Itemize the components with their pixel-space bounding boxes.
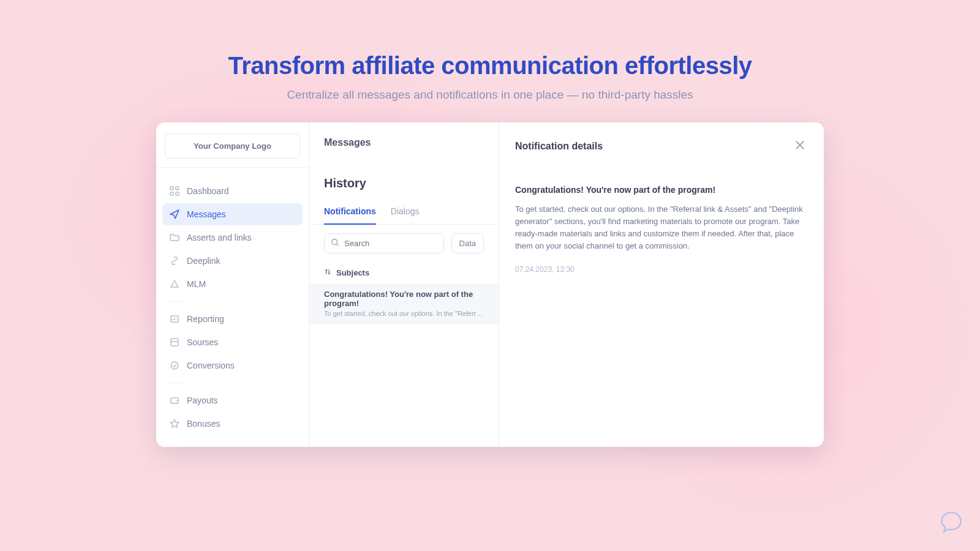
notification-date: 07.24.2023, 12:30: [515, 265, 808, 274]
folder-icon: [170, 233, 179, 242]
sidebar-item-label: MLM: [187, 279, 206, 289]
sidebar-item-label: Dashboard: [187, 186, 229, 196]
wallet-icon: [170, 395, 179, 405]
grid-icon: [170, 186, 179, 196]
svg-rect-3: [176, 192, 179, 195]
tabs: Notifications Dialogs: [309, 206, 499, 225]
toolbar: Data: [309, 225, 499, 262]
company-logo: Your Company Logo: [165, 133, 300, 159]
star-icon: [170, 419, 179, 429]
tab-notifications[interactable]: Notifications: [324, 206, 376, 225]
sidebar-item-mlm[interactable]: MLM: [162, 273, 303, 295]
page-title: Messages: [309, 137, 499, 148]
send-icon: [170, 209, 179, 219]
sidebar-item-label: Asserts and links: [187, 233, 252, 242]
list-item-title: Congratulations! You're now part of the …: [324, 290, 484, 308]
svg-rect-2: [170, 192, 173, 195]
sidebar-item-payouts[interactable]: Payouts: [162, 389, 303, 411]
logo-container: Your Company Logo: [165, 133, 300, 159]
sidebar-item-label: Payouts: [187, 395, 218, 405]
column-header-label: Subjects: [336, 268, 369, 277]
close-button[interactable]: [792, 137, 808, 156]
sidebar-item-label: Messages: [187, 209, 226, 219]
triangle-icon: [170, 279, 179, 289]
app-window: Your Company Logo Dashboard Messages: [156, 122, 824, 447]
sort-icon: [324, 268, 331, 277]
sidebar-item-label: Reporting: [187, 314, 224, 324]
center-column: Messages History Notifications Dialogs D…: [309, 122, 499, 447]
refresh-icon: [170, 361, 179, 370]
sidebar: Your Company Logo Dashboard Messages: [156, 122, 309, 447]
detail-panel: Notification details Congratulations! Yo…: [499, 122, 824, 447]
brand-mark-icon: [938, 509, 964, 538]
svg-point-8: [332, 239, 337, 245]
svg-rect-0: [170, 187, 173, 190]
section-title: History: [309, 176, 499, 190]
notification-body: To get started, check out our options. I…: [515, 203, 808, 253]
search-input[interactable]: [344, 239, 437, 248]
search-box[interactable]: [324, 233, 444, 253]
list-item-preview: To get started, check out our options. I…: [324, 310, 484, 317]
svg-rect-5: [171, 339, 178, 346]
sidebar-item-conversions[interactable]: Conversions: [162, 354, 303, 377]
svg-rect-1: [176, 187, 179, 190]
sidebar-item-assets[interactable]: Asserts and links: [162, 227, 303, 249]
sidebar-item-messages[interactable]: Messages: [162, 203, 303, 225]
hero-title: Transform affiliate communication effort…: [0, 52, 980, 80]
hero: Transform affiliate communication effort…: [0, 52, 980, 102]
data-button[interactable]: Data: [451, 233, 484, 253]
sidebar-item-sources[interactable]: Sourses: [162, 331, 303, 353]
hero-subtitle: Centralize all messages and notification…: [0, 88, 980, 102]
tab-dialogs[interactable]: Dialogs: [391, 206, 420, 225]
sidebar-item-label: Deeplink: [187, 256, 220, 266]
link-icon: [170, 256, 179, 266]
layers-icon: [170, 337, 179, 347]
sidebar-item-reporting[interactable]: Reporting: [162, 308, 303, 330]
detail-header-title: Notification details: [515, 141, 603, 152]
sidebar-item-label: Sourses: [187, 337, 218, 347]
sidebar-item-label: Bonuses: [187, 419, 220, 429]
search-icon: [331, 238, 339, 249]
sidebar-item-bonuses[interactable]: Bonuses: [162, 413, 303, 435]
list-item[interactable]: Congratulations! You're now part of the …: [309, 283, 499, 324]
column-header[interactable]: Subjects: [309, 262, 499, 283]
notification-title: Congratulations! You're now part of the …: [515, 185, 808, 195]
sidebar-item-dashboard[interactable]: Dashboard: [162, 180, 303, 202]
detail-header: Notification details: [515, 137, 808, 156]
chart-icon: [170, 314, 179, 324]
sidebar-nav: Dashboard Messages Asserts and links Dee…: [156, 168, 309, 436]
sidebar-item-label: Conversions: [187, 361, 235, 370]
sidebar-item-deeplink[interactable]: Deeplink: [162, 250, 303, 272]
